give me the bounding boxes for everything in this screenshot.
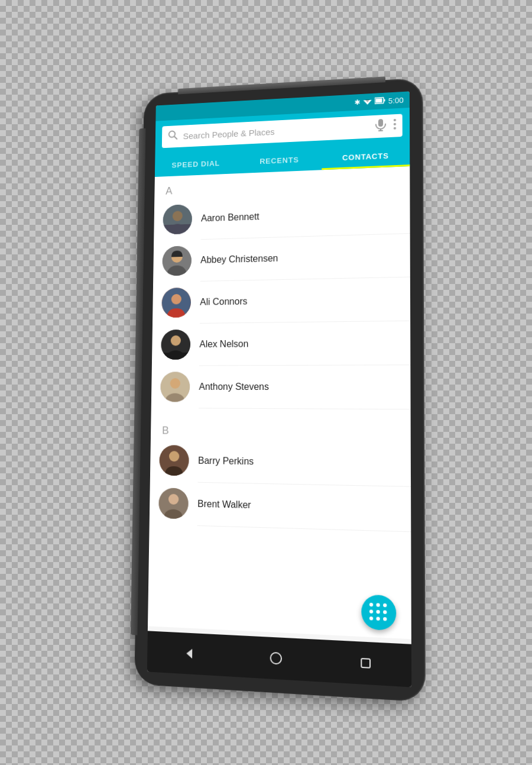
- contacts-list: A Aaron Bennett: [148, 166, 411, 639]
- contact-name-anthony-stevens: Anthony Stevens: [199, 382, 268, 392]
- svg-marker-35: [187, 648, 193, 659]
- svg-rect-4: [384, 99, 385, 101]
- section-letter-a: A: [166, 185, 183, 197]
- svg-rect-37: [361, 659, 370, 668]
- recents-button[interactable]: [352, 648, 379, 677]
- avatar-abbey-christensen: [162, 246, 192, 276]
- voice-search-icon[interactable]: [375, 118, 386, 134]
- contact-item-abbey-christensen[interactable]: Abbey Christensen: [153, 234, 410, 282]
- svg-point-12: [394, 127, 396, 129]
- contact-name-aaron-bennett: Aaron Bennett: [201, 211, 259, 224]
- search-input-container[interactable]: Search People & Places: [162, 114, 403, 148]
- svg-point-36: [271, 652, 281, 664]
- section-letter-b: B: [162, 424, 179, 437]
- tab-contacts[interactable]: CONTACTS: [322, 142, 410, 170]
- avatar-barry-perkins: [159, 445, 189, 476]
- back-button[interactable]: [177, 640, 203, 667]
- svg-rect-16: [163, 224, 192, 234]
- wifi-icon: [363, 97, 371, 106]
- contact-name-abbey-christensen: Abbey Christensen: [200, 253, 278, 265]
- avatar-alex-nelson: [161, 329, 190, 359]
- tab-recents[interactable]: RECENTS: [237, 146, 322, 173]
- contact-item-barry-perkins[interactable]: Barry Perkins: [150, 439, 411, 486]
- svg-point-10: [394, 118, 396, 121]
- contact-item-alex-nelson[interactable]: Alex Nelson: [152, 321, 410, 365]
- svg-rect-3: [375, 98, 382, 102]
- avatar-brent-walker: [158, 488, 189, 519]
- svg-point-11: [394, 122, 396, 125]
- status-time: 5:00: [388, 95, 404, 105]
- section-header-b: B: [151, 415, 411, 441]
- dialpad-grid-icon: [369, 602, 388, 622]
- avatar-ali-connors: [161, 287, 191, 317]
- contact-name-brent-walker: Brent Walker: [197, 498, 251, 510]
- more-options-icon[interactable]: [393, 118, 396, 132]
- tab-speed-dial[interactable]: SPEED DIAL: [155, 150, 237, 176]
- avatar-aaron-bennett: [163, 204, 192, 234]
- avatar-anthony-stevens: [160, 372, 190, 402]
- contact-item-ali-connors[interactable]: Ali Connors: [153, 277, 410, 323]
- battery-icon: [374, 96, 385, 106]
- svg-rect-26: [161, 352, 190, 359]
- bluetooth-icon: ✱: [354, 98, 360, 106]
- svg-rect-7: [378, 119, 383, 127]
- contact-item-anthony-stevens[interactable]: Anthony Stevens: [151, 365, 411, 409]
- contact-name-barry-perkins: Barry Perkins: [198, 455, 254, 467]
- nav-bar: [147, 631, 411, 687]
- home-button[interactable]: [262, 644, 289, 672]
- contact-item-brent-walker[interactable]: Brent Walker: [150, 482, 411, 531]
- contact-name-ali-connors: Ali Connors: [200, 296, 247, 307]
- svg-line-6: [174, 136, 177, 138]
- search-icon: [167, 129, 179, 144]
- contact-name-alex-nelson: Alex Nelson: [199, 338, 248, 349]
- search-placeholder: Search People & Places: [183, 122, 371, 141]
